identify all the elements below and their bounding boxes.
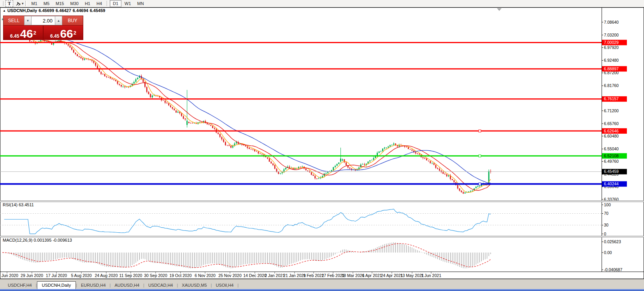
taskbar-edge: [0, 289, 644, 291]
volume-input[interactable]: 2.00: [32, 16, 55, 25]
time-axis-label: 6 Nov 2020: [195, 273, 216, 278]
chart-ohlc-header: ▲USDCNH,Daily6.456996.464276.446946.4545…: [3, 8, 107, 13]
hline-handle-6.52108[interactable]: [479, 155, 481, 157]
time-axis-label: 1 Jun 2021: [421, 273, 441, 278]
time-axis-label: 6 Apr 2021: [362, 273, 382, 278]
time-axis-label: 24 Aug 2020: [95, 273, 118, 278]
buy-price-display[interactable]: 6.45 66 2: [44, 26, 83, 40]
ohlc-close: 6.45459: [90, 8, 105, 13]
toolbar-separator: [107, 1, 108, 6]
time-axis-label: 19 Oct 2020: [169, 273, 191, 278]
timeframe-button-m15[interactable]: M15: [53, 0, 67, 7]
rsi-label: RSI(14) 63.4511: [3, 202, 34, 207]
rsi-axis-label: 70: [604, 211, 609, 216]
sell-price-pips: 46: [20, 29, 33, 39]
text-tool-button[interactable]: T: [5, 0, 13, 7]
buy-price-base: 6.45: [50, 33, 59, 39]
ohlc-low: 6.44694: [73, 8, 88, 13]
time-axis-label: 9 Feb 2021: [303, 273, 324, 278]
buy-price-fraction: 2: [74, 27, 76, 39]
macd-label: MACD(12,26,9) 0.001395 -0.009613: [3, 238, 72, 242]
chevron-down-icon: ▾: [22, 2, 24, 5]
timeframe-button-h4[interactable]: H4: [93, 0, 105, 7]
chart-tab-eurusd[interactable]: EURUSD,H4: [77, 282, 110, 289]
sell-price-base: 6.45: [10, 33, 19, 39]
time-axis-label: 2 Jan 2021: [265, 273, 285, 278]
ohlc-open: 6.45699: [39, 8, 54, 13]
toolbar-separator: [25, 1, 27, 6]
time-axis-label: 21 Jan 2021: [283, 273, 306, 278]
time-axis-label: 13 May 2021: [400, 273, 424, 278]
hline-handle-6.40244[interactable]: [479, 183, 481, 185]
hline-axis-label: 6.88897: [604, 66, 619, 71]
buy-button[interactable]: BUY: [62, 16, 83, 25]
time-axis-label: 5 Aug 2020: [71, 273, 91, 278]
timeframe-button-h1[interactable]: H1: [82, 0, 93, 7]
volume-decrease-button[interactable]: ▼: [24, 16, 32, 25]
price-axis-label: 6.49760: [604, 159, 619, 164]
price-axis-label: 6.60480: [604, 134, 619, 138]
price-axis-label: 7.03200: [604, 33, 619, 37]
rsi-axis-label: 100: [604, 202, 611, 207]
hline-handle-6.62646[interactable]: [479, 130, 481, 132]
macd-axis-label: 0.025623: [604, 239, 621, 244]
hline-axis-label: 7.00029: [604, 40, 619, 45]
timeframe-group-right: D1W1MN: [110, 0, 147, 7]
chart-tab-usdcad[interactable]: USDCAD,H4: [144, 282, 177, 289]
sell-price-display[interactable]: 6.45 46 2: [4, 26, 44, 40]
hline-axis-label: 6.40244: [604, 181, 619, 186]
cursor-tool-button[interactable]: ▾: [16, 1, 24, 6]
rsi-plot-area[interactable]: [0, 202, 602, 236]
price-axis-label: 6.92480: [604, 58, 619, 63]
chart-tab-usdchf[interactable]: USDCHF,H4: [4, 282, 36, 289]
sell-button[interactable]: SELL: [4, 16, 24, 25]
macd-axis-label: 0.00: [604, 250, 612, 255]
time-axis-label: 29 Jun 2020: [21, 273, 43, 278]
time-axis-label: 10 Jun 2020: [0, 273, 18, 278]
chart-tab-usdcnh[interactable]: USDCNH,Daily: [37, 281, 76, 289]
hline-axis-label: 6.52108: [604, 153, 619, 158]
hline-axis-label: 6.76157: [604, 96, 619, 101]
timeframe-button-mn[interactable]: MN: [134, 0, 147, 7]
chart-canvas[interactable]: 7.086407.032006.979206.924806.872006.817…: [0, 0, 644, 279]
price-axis-label: 6.65760: [604, 121, 619, 126]
timeframe-button-d1[interactable]: D1: [110, 0, 121, 7]
macd-axis-label: -0.040687: [604, 267, 622, 272]
current-price-label: 6.45459: [604, 169, 619, 174]
top-toolbar: T ▾ M1M5M15M30H1H4 D1W1MN: [0, 0, 644, 7]
macd-plot-area[interactable]: [0, 237, 602, 272]
rsi-axis-label: 0: [604, 232, 606, 236]
timeframe-button-w1[interactable]: W1: [121, 0, 134, 7]
rsi-axis-label: 30: [604, 223, 609, 227]
time-axis-label: 25 Nov 2020: [218, 273, 242, 278]
buy-price-pips: 66: [60, 29, 73, 39]
crosshair-tool-icon: [16, 1, 21, 6]
price-axis-label: 6.71200: [604, 108, 619, 113]
chart-symbol-label: USDCNH,Daily: [7, 8, 37, 13]
time-axis-label: 11 Sep 2020: [119, 273, 142, 278]
price-axis-label: 7.08640: [604, 20, 619, 24]
timeframe-group-left: M1M5M15M30H1H4: [28, 0, 105, 7]
chart-tab-audusd[interactable]: AUDUSD,H4: [111, 282, 143, 289]
sell-price-fraction: 2: [33, 27, 36, 39]
caret-down-icon: ▼: [26, 19, 30, 23]
toolbar-grip[interactable]: [1, 1, 4, 6]
chart-tab-xauusd[interactable]: XAUUSD,M5: [178, 282, 211, 289]
tab-separator: |: [237, 283, 239, 289]
price-axis-label: 6.55040: [604, 146, 619, 151]
timeframe-button-m5[interactable]: M5: [40, 0, 53, 7]
time-axis-label: 18 Mar 2021: [342, 273, 365, 278]
caret-up-icon: ▲: [57, 19, 60, 23]
ohlc-high: 6.46427: [56, 8, 71, 13]
timeframe-button-m30[interactable]: M30: [67, 0, 82, 7]
collapse-icon[interactable]: ▲: [3, 9, 6, 12]
time-axis-label: 30 Sep 2020: [144, 273, 167, 278]
volume-increase-button[interactable]: ▲: [55, 16, 62, 25]
hline-axis-label: 6.62646: [604, 129, 619, 133]
time-axis-label: 24 Apr 2021: [381, 273, 403, 278]
price-axis-label: 6.81760: [604, 83, 619, 88]
timeframe-button-m1[interactable]: M1: [28, 0, 40, 7]
one-click-trading-panel: SELL ▼ 2.00 ▲ BUY 6.45 46 2 6.45 66 2: [3, 16, 83, 40]
chart-tab-usoil[interactable]: USOil,H4: [212, 282, 237, 289]
time-axis-label: 17 Jul 2020: [46, 273, 67, 278]
